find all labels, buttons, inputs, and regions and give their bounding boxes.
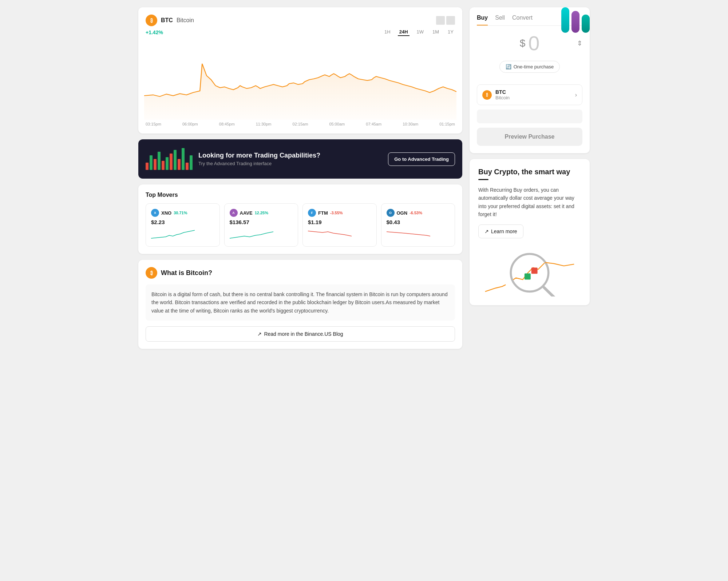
svg-rect-2 xyxy=(531,267,538,274)
learn-more-arrow-icon: ↗ xyxy=(484,228,489,234)
xno-icon: X xyxy=(151,209,159,217)
aave-change: 12.25% xyxy=(255,211,268,215)
price-thumbnail xyxy=(436,16,455,25)
svg-point-0 xyxy=(511,254,548,291)
x-label-4: 11:30pm xyxy=(256,122,272,126)
ftm-change: -3.55% xyxy=(330,211,343,215)
xno-mini-chart xyxy=(151,228,195,240)
aave-icon: A xyxy=(230,209,238,217)
purchase-type-label: One-time purchase xyxy=(514,64,554,69)
x-label-3: 08:45pm xyxy=(219,122,235,126)
filter-1h[interactable]: 1H xyxy=(383,28,392,36)
ogn-ticker: OGN xyxy=(397,210,408,216)
time-filters: 1H 24H 1W 1M 1Y xyxy=(383,28,455,36)
xno-price: $2.23 xyxy=(151,219,214,225)
banner-text: Looking for more Trading Capabilities? T… xyxy=(198,152,382,166)
x-label-5: 02:15am xyxy=(293,122,308,126)
ftm-icon: F xyxy=(308,209,316,217)
coin-ticker: BTC xyxy=(161,17,173,24)
advanced-trading-banner: Looking for more Trading Capabilities? T… xyxy=(138,139,462,179)
advanced-trading-button[interactable]: Go to Advanced Trading xyxy=(388,152,455,166)
x-label-6: 05:00am xyxy=(329,122,345,126)
logo-area xyxy=(561,7,590,33)
asset-info: BTC Bitcoin xyxy=(495,89,510,100)
svg-rect-3 xyxy=(525,273,531,279)
coin-name: Bitcoin xyxy=(177,17,194,24)
top-movers-section: Top Movers X XNO 30.71% $2.23 xyxy=(138,184,462,254)
asset-ticker: BTC xyxy=(495,89,510,95)
read-more-arrow-icon: ↗ xyxy=(257,331,262,337)
learn-more-label: Learn more xyxy=(491,228,517,234)
ogn-icon: O xyxy=(387,209,395,217)
mover-card-ftm[interactable]: F FTM -3.55% $1.19 xyxy=(302,203,377,247)
xno-change: 30.71% xyxy=(174,211,187,215)
filter-1y[interactable]: 1Y xyxy=(446,28,455,36)
filter-1w[interactable]: 1W xyxy=(415,28,426,36)
x-label-8: 10:30am xyxy=(403,122,418,126)
ftm-mini-chart xyxy=(308,228,352,240)
banner-subtitle: Try the Advanced Trading interface xyxy=(198,161,382,166)
aave-mini-chart xyxy=(230,228,273,240)
preview-purchase-button[interactable]: Preview Purchase xyxy=(477,128,582,146)
x-label-9: 01:15pm xyxy=(439,122,455,126)
read-more-button[interactable]: ↗ Read more in the Binance.US Blog xyxy=(146,326,455,342)
asset-btc-icon: ₿ xyxy=(482,90,492,100)
refresh-icon: 🔄 xyxy=(506,64,511,69)
tab-sell[interactable]: Sell xyxy=(495,15,505,25)
x-label-1: 03:15pm xyxy=(146,122,161,126)
smart-text: With Recurring Buy orders, you can autom… xyxy=(478,186,581,219)
aave-ticker: AAVE xyxy=(240,210,253,216)
smart-illustration xyxy=(478,246,581,297)
mover-card-aave[interactable]: A AAVE 12.25% $136.57 xyxy=(224,203,298,247)
bitcoin-info-icon: ₿ xyxy=(146,267,157,279)
smart-title: Buy Crypto, the smart way xyxy=(478,168,581,176)
banner-title: Looking for more Trading Capabilities? xyxy=(198,152,382,159)
ogn-mini-chart xyxy=(387,228,430,240)
amount-section: $ 0 ⇕ xyxy=(477,33,582,53)
ftm-ticker: FTM xyxy=(318,210,328,216)
xno-ticker: XNO xyxy=(161,210,171,216)
smart-way-card: Buy Crypto, the smart way With Recurring… xyxy=(470,159,590,305)
banner-chart-visual xyxy=(146,148,193,170)
asset-selector[interactable]: ₿ BTC Bitcoin › xyxy=(477,84,582,105)
ftm-price: $1.19 xyxy=(308,219,371,225)
chart-card: ₿ BTC Bitcoin +1.42% 1H 24H 1W 1M 1Y xyxy=(138,7,462,134)
price-change: +1.42% xyxy=(146,29,163,35)
filter-24h[interactable]: 24H xyxy=(398,28,410,36)
logo-bar-cyan xyxy=(561,7,569,33)
smart-divider xyxy=(478,179,488,180)
logo-bar-purple xyxy=(571,11,579,33)
x-label-7: 07:45am xyxy=(366,122,381,126)
x-label-2: 06:00pm xyxy=(182,122,198,126)
asset-chevron-icon: › xyxy=(575,92,577,98)
logo-bar-teal xyxy=(582,15,590,33)
purchase-type-button[interactable]: 🔄 One-time purchase xyxy=(499,61,560,73)
dollar-sign: $ xyxy=(520,37,526,49)
ogn-change: -6.53% xyxy=(410,211,422,215)
learn-more-button[interactable]: ↗ Learn more xyxy=(478,224,523,238)
amount-display[interactable]: 0 xyxy=(528,33,539,53)
aave-price: $136.57 xyxy=(230,219,293,225)
svg-point-4 xyxy=(512,255,547,290)
tab-buy[interactable]: Buy xyxy=(477,15,488,25)
bitcoin-info-title: What is Bitcoin? xyxy=(161,269,212,277)
price-chart xyxy=(144,40,456,120)
movers-grid: X XNO 30.71% $2.23 A AAVE 12.25% xyxy=(146,203,455,247)
bitcoin-info-text: Bitcoin is a digital form of cash, but t… xyxy=(146,284,455,321)
bitcoin-info-card: ₿ What is Bitcoin? Bitcoin is a digital … xyxy=(138,260,462,349)
tab-convert[interactable]: Convert xyxy=(512,15,533,25)
mover-card-xno[interactable]: X XNO 30.71% $2.23 xyxy=(146,203,220,247)
filter-1m[interactable]: 1M xyxy=(431,28,440,36)
mover-card-ogn[interactable]: O OGN -6.53% $0.43 xyxy=(381,203,455,247)
chart-x-labels: 03:15pm 06:00pm 08:45pm 11:30pm 02:15am … xyxy=(146,120,455,126)
svg-line-1 xyxy=(544,287,557,297)
ogn-price: $0.43 xyxy=(387,219,450,225)
btc-icon: ₿ xyxy=(146,15,157,26)
swap-icon[interactable]: ⇕ xyxy=(577,39,582,47)
read-more-label: Read more in the Binance.US Blog xyxy=(264,331,343,337)
top-movers-title: Top Movers xyxy=(146,192,455,198)
asset-name: Bitcoin xyxy=(495,95,510,100)
payment-method-placeholder xyxy=(477,110,582,123)
